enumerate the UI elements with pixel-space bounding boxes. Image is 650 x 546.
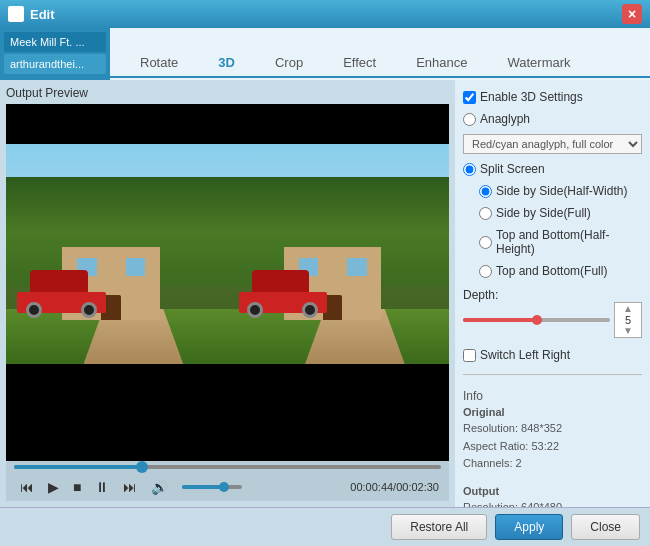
top-section: Meek Mill Ft. ... arthurandthei... Rotat… xyxy=(0,28,650,80)
tab-rotate[interactable]: Rotate xyxy=(120,49,198,78)
volume-handle[interactable] xyxy=(219,482,229,492)
preview-panel: Output Preview xyxy=(0,80,455,507)
split-screen-radio[interactable] xyxy=(463,163,476,176)
side-by-side-full-label: Side by Side(Full) xyxy=(496,206,591,220)
seek-bar[interactable] xyxy=(14,465,441,469)
title-bar: Edit × xyxy=(0,0,650,28)
depth-label: Depth: xyxy=(463,288,498,302)
info-title: Info xyxy=(463,389,642,403)
depth-slider-track[interactable] xyxy=(463,318,610,322)
seek-bar-fill xyxy=(14,465,142,469)
original-aspect: Aspect Ratio: 53:22 xyxy=(463,438,642,456)
black-bar-top xyxy=(6,104,449,144)
depth-slider-handle[interactable] xyxy=(532,315,542,325)
content-area: Output Preview xyxy=(0,80,650,507)
volume-bar[interactable] xyxy=(182,485,242,489)
top-bottom-half-label: Top and Bottom(Half-Height) xyxy=(496,228,642,256)
right-panel: Enable 3D Settings Anaglyph Red/cyan ana… xyxy=(455,80,650,507)
volume-icon[interactable]: 🔊 xyxy=(147,477,172,497)
preview-label: Output Preview xyxy=(6,86,449,100)
sidebar-item-1[interactable]: Meek Mill Ft. ... xyxy=(4,32,106,52)
enable-3d-row: Enable 3D Settings xyxy=(463,90,642,104)
side-by-side-half-radio[interactable] xyxy=(479,185,492,198)
split-screen-label: Split Screen xyxy=(480,162,545,176)
close-window-button[interactable]: × xyxy=(622,4,642,24)
info-section: Info Original Resolution: 848*352 Aspect… xyxy=(463,389,642,473)
bottom-bar: Restore All Apply Close xyxy=(0,507,650,546)
output-section: Output Resolution: 640*480 Left/Right Ey… xyxy=(463,485,642,507)
app-icon xyxy=(8,6,24,22)
apply-button[interactable]: Apply xyxy=(495,514,563,540)
window-title: Edit xyxy=(30,7,622,22)
top-bottom-full-label: Top and Bottom(Full) xyxy=(496,264,607,278)
tab-effect[interactable]: Effect xyxy=(323,49,396,78)
split-screen-row: Split Screen xyxy=(463,162,642,176)
play-button[interactable]: ▶ xyxy=(44,477,63,497)
video-right-half xyxy=(228,144,450,364)
anaglyph-radio[interactable] xyxy=(463,113,476,126)
car-right xyxy=(239,274,328,314)
volume-fill xyxy=(182,485,224,489)
enable-3d-label: Enable 3D Settings xyxy=(480,90,583,104)
skip-back-button[interactable]: ⏮ xyxy=(16,477,38,497)
original-resolution: Resolution: 848*352 xyxy=(463,420,642,438)
car-top-right xyxy=(252,270,310,294)
side-by-side-half-row: Side by Side(Half-Width) xyxy=(479,184,642,198)
original-channels: Channels: 2 xyxy=(463,455,642,473)
black-bar-bottom xyxy=(6,364,449,404)
depth-section: Depth: ▲ 5 ▼ xyxy=(463,288,642,338)
side-by-side-full-row: Side by Side(Full) xyxy=(479,206,642,220)
car-top-left xyxy=(30,270,88,294)
depth-down-arrow[interactable]: ▼ xyxy=(623,326,633,336)
tab-crop[interactable]: Crop xyxy=(255,49,323,78)
stop-button[interactable]: ■ xyxy=(69,477,85,497)
top-bottom-half-row: Top and Bottom(Half-Height) xyxy=(479,228,642,256)
anaglyph-dropdown-row: Red/cyan anaglyph, full color xyxy=(463,134,642,154)
depth-row: ▲ 5 ▼ xyxy=(463,302,642,338)
tab-3d[interactable]: 3D xyxy=(198,49,255,78)
seek-handle[interactable] xyxy=(136,461,148,473)
top-bottom-full-radio[interactable] xyxy=(479,265,492,278)
house-window-right-r xyxy=(347,258,366,276)
tabs-bar: Rotate 3D Crop Effect Enhance Watermark xyxy=(110,28,650,78)
switch-lr-label: Switch Left Right xyxy=(480,348,570,362)
house-window-left-r xyxy=(126,258,145,276)
seek-bar-container xyxy=(6,461,449,473)
anaglyph-label: Anaglyph xyxy=(480,112,530,126)
original-title: Original xyxy=(463,406,642,418)
tab-enhance[interactable]: Enhance xyxy=(396,49,487,78)
sidebar: Meek Mill Ft. ... arthurandthei... xyxy=(0,28,110,80)
car-left xyxy=(17,274,106,314)
top-bottom-half-radio[interactable] xyxy=(479,236,492,249)
top-bottom-full-row: Top and Bottom(Full) xyxy=(479,264,642,278)
depth-up-arrow[interactable]: ▲ xyxy=(623,304,633,314)
main-container: Meek Mill Ft. ... arthurandthei... Rotat… xyxy=(0,28,650,546)
house-scene-right xyxy=(228,144,450,364)
side-by-side-full-radio[interactable] xyxy=(479,207,492,220)
tab-watermark[interactable]: Watermark xyxy=(487,49,590,78)
video-frame xyxy=(6,144,449,364)
anaglyph-select[interactable]: Red/cyan anaglyph, full color xyxy=(463,134,642,154)
controls-bar: ⏮ ▶ ■ ⏸ ⏭ 🔊 00:00:44/00:02:30 xyxy=(6,473,449,501)
side-by-side-half-label: Side by Side(Half-Width) xyxy=(496,184,627,198)
switch-lr-checkbox[interactable] xyxy=(463,349,476,362)
skip-frame-button[interactable]: ⏸ xyxy=(91,477,113,497)
restore-all-button[interactable]: Restore All xyxy=(391,514,487,540)
switch-lr-row: Switch Left Right xyxy=(463,348,642,362)
close-button[interactable]: Close xyxy=(571,514,640,540)
separator-1 xyxy=(463,374,642,375)
depth-slider-fill xyxy=(463,318,537,322)
video-container xyxy=(6,104,449,461)
skip-forward-button[interactable]: ⏭ xyxy=(119,477,141,497)
house-scene-left xyxy=(6,144,228,364)
anaglyph-row: Anaglyph xyxy=(463,112,642,126)
enable-3d-checkbox[interactable] xyxy=(463,91,476,104)
sidebar-item-2[interactable]: arthurandthei... xyxy=(4,54,106,74)
output-title: Output xyxy=(463,485,642,497)
depth-slider-wrapper xyxy=(463,313,610,327)
time-display: 00:00:44/00:02:30 xyxy=(350,481,439,493)
output-resolution: Resolution: 640*480 xyxy=(463,499,642,507)
video-left-half xyxy=(6,144,228,364)
